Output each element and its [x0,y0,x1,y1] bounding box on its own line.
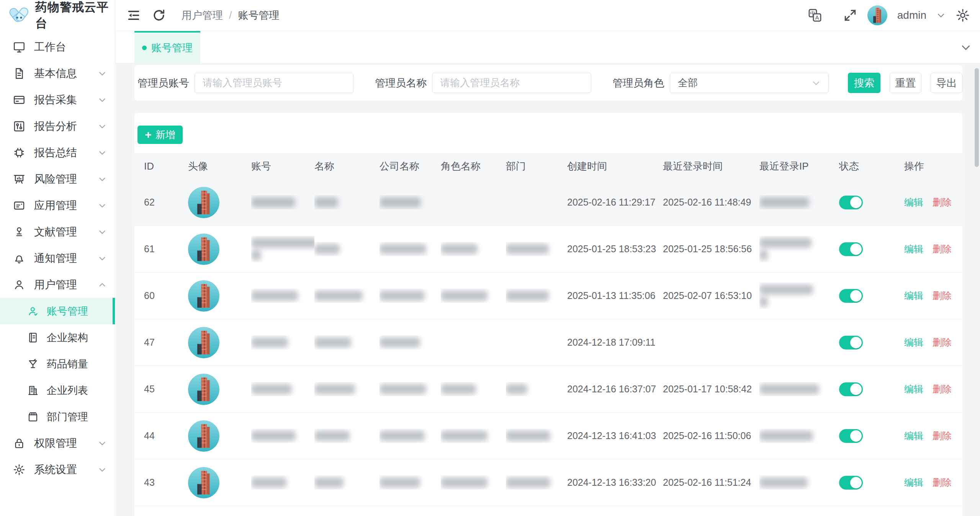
edit-link[interactable]: 编辑 [904,289,923,302]
delete-link[interactable]: 删除 [933,289,952,302]
cell-id: 44 [144,430,188,441]
edit-link[interactable]: 编辑 [904,336,923,349]
cell-avatar [188,374,251,405]
export-button[interactable]: 导出 [931,73,962,93]
sidebar-item-label: 基本信息 [34,66,97,81]
filter-role-value: 全部 [678,76,698,90]
sidebar-menu: 工作台基本信息报告采集报告分析报告总结风险管理应用管理文献管理通知管理用户管理账… [0,31,115,483]
sidebar-subitem-org-structure[interactable]: 企业架构 [0,324,115,351]
delete-link[interactable]: 删除 [933,383,952,395]
sidebar-subitem-drug-sales[interactable]: 药品销量 [0,351,115,377]
sidebar-subitem-dept-mgmt[interactable]: 部门管理 [0,403,115,430]
row-avatar [188,187,219,218]
settings-gear-icon[interactable] [955,8,970,23]
cell-account [251,195,314,209]
filter-role-label: 管理员角色 [613,76,664,90]
sidebar-item-workbench[interactable]: 工作台 [0,34,115,60]
sidebar-item-notice-mgmt[interactable]: 通知管理 [0,245,115,271]
cell-last-login-ip [759,236,839,262]
cell-actions: 编辑删除 [904,383,962,395]
user-badge-icon [27,305,39,317]
chevron-down-icon [97,148,107,158]
cell-company [380,242,441,256]
edit-link[interactable]: 编辑 [904,429,923,442]
cell-id: 43 [144,477,188,488]
sidebar-item-system-settings[interactable]: 系统设置 [0,456,115,483]
status-toggle-on[interactable] [839,336,863,349]
reset-button[interactable]: 重置 [890,73,921,93]
cell-created-time: 2025-01-13 11:35:06 [567,290,663,301]
redacted-text [506,431,550,441]
status-toggle-on[interactable] [839,429,863,443]
delete-link[interactable]: 删除 [933,476,952,489]
cell-created-time: 2024-12-13 16:41:03 [567,430,663,441]
edit-link[interactable]: 编辑 [904,243,923,255]
sidebar-item-app-mgmt[interactable]: 应用管理 [0,192,115,219]
select-chevron-down-icon [811,78,821,88]
edit-link[interactable]: 编辑 [904,196,923,209]
sidebar-item-permission-mgmt[interactable]: 权限管理 [0,430,115,456]
notebook-icon [27,331,39,344]
sidebar-item-user-mgmt[interactable]: 用户管理 [0,271,115,298]
tabbar: 账号管理 [116,31,980,63]
filter-role-select[interactable]: 全部 [670,73,829,93]
sidebar-item-risk-mgmt[interactable]: 风险管理 [0,166,115,192]
sidebar-item-report-collect[interactable]: 报告采集 [0,87,115,113]
translate-icon[interactable]: 中 A [808,8,822,23]
sidebar-item-report-analysis[interactable]: 报告分析 [0,113,115,139]
cell-avatar [188,467,251,498]
breadcrumb-separator: / [229,10,232,21]
sidebar-item-basic-info[interactable]: 基本信息 [0,60,115,87]
user-avatar[interactable] [867,5,887,25]
search-button[interactable]: 搜索 [848,73,880,93]
filter-name-label: 管理员名称 [375,76,427,90]
vertical-scrollbar-thumb[interactable] [975,68,979,167]
chip-icon [13,146,26,159]
filter-account-input[interactable]: 请输入管理员账号 [195,73,353,93]
tab-account-management[interactable]: 账号管理 [134,31,200,63]
delete-link[interactable]: 删除 [933,429,952,442]
user-menu-chevron-down-icon[interactable] [936,11,946,20]
status-toggle-on[interactable] [839,382,863,396]
tab-options-chevron-down-icon[interactable] [960,42,972,53]
cell-name [314,382,380,396]
cell-department [506,382,567,396]
sidebar-subitem-account-mgmt[interactable]: 账号管理 [0,298,115,324]
table-body: 62 2025-02-16 11:29:172025-02-16 11:48:4… [134,179,962,506]
redacted-text [251,291,298,301]
status-toggle-on[interactable] [839,289,863,303]
fullscreen-icon[interactable] [843,8,857,23]
sliders-icon [13,120,26,133]
filter-name-input[interactable]: 请输入管理员名称 [432,73,591,93]
sidebar-item-literature-mgmt[interactable]: 文献管理 [0,219,115,245]
sidebar-item-label: 报告采集 [34,93,97,107]
cell-account [251,335,314,349]
status-toggle-on[interactable] [839,242,863,256]
collapse-sidebar-icon[interactable] [126,8,141,23]
chevron-down-icon [97,465,107,475]
breadcrumb-parent[interactable]: 用户管理 [182,8,223,22]
delete-link[interactable]: 删除 [933,243,952,255]
user-name[interactable]: admin [897,9,926,21]
sidebar-subitem-company-list[interactable]: 企业列表 [0,377,115,403]
cell-avatar [188,187,251,218]
cell-id: 61 [144,243,188,255]
cell-role [441,242,506,256]
sidebar-item-report-summary[interactable]: 报告总结 [0,139,115,166]
chevron-down-icon [97,227,107,237]
row-avatar [188,420,219,452]
cell-department [506,475,567,490]
delete-link[interactable]: 删除 [933,336,952,349]
delete-link[interactable]: 删除 [933,196,952,209]
cell-actions: 编辑删除 [904,196,962,209]
status-toggle-on[interactable] [839,196,863,209]
redacted-text [759,384,819,394]
status-toggle-on[interactable] [839,476,863,490]
edit-link[interactable]: 编辑 [904,476,923,489]
refresh-icon[interactable] [152,8,166,23]
cell-created-time: 2025-01-25 18:53:23 [567,243,663,255]
add-button[interactable]: + 新增 [137,126,183,144]
edit-link[interactable]: 编辑 [904,383,923,395]
logo-row: 药物警戒云平台 [0,0,115,31]
sidebar-item-label: 工作台 [34,40,107,54]
